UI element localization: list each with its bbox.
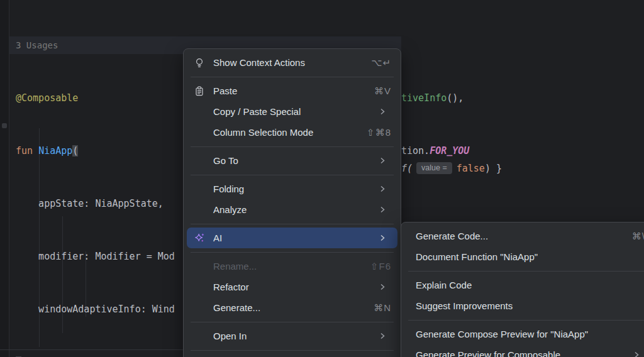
menu-item-label: Explain Code <box>416 280 644 290</box>
lightbulb-icon <box>194 58 213 68</box>
chevron-right-icon <box>635 351 639 357</box>
code-token: FOR_YOU <box>430 145 469 157</box>
code-line: appState: NiaAppState, <box>16 195 175 212</box>
menu-item-label: Copy / Paste Special <box>213 106 373 117</box>
code-token: value = <box>416 162 452 174</box>
code-token: @Composable <box>16 92 78 104</box>
menu-item-rename: Rename... ⇧F6 <box>184 256 401 277</box>
code-token: windowAdaptiveInfo: Wind <box>16 304 175 315</box>
chevron-right-icon <box>380 234 385 241</box>
chevron-right-icon <box>380 157 385 164</box>
menu-item-paste[interactable]: Paste ⌘V <box>184 80 401 101</box>
menu-item-label: Document Function "NiaApp" <box>416 251 644 262</box>
menu-item-shortcut: ⌘\ <box>632 231 644 242</box>
menu-separator <box>191 322 394 322</box>
menu-item-explain-code[interactable]: Explain Code <box>401 275 644 295</box>
menu-item-label: Analyze <box>213 204 373 215</box>
code-token: modifier: Modifier = Mod <box>16 251 175 262</box>
code-token: NiaApp <box>38 145 72 157</box>
menu-item-label: AI <box>213 233 373 243</box>
menu-item-label: Show Context Actions <box>213 57 364 68</box>
code-token: tiveInfo <box>401 92 447 104</box>
context-menu: Show Context Actions ⌥↵ Paste ⌘V Copy / … <box>183 48 401 357</box>
code-line: ) { <box>16 353 175 357</box>
menu-item-label: Rename... <box>213 261 363 272</box>
menu-item-generate[interactable]: Generate... ⌘N <box>184 297 401 318</box>
menu-separator <box>191 350 394 351</box>
code-line: modifier: Modifier = Mod <box>16 248 175 265</box>
code-line: fun NiaApp( <box>16 142 175 160</box>
menu-separator <box>191 175 394 175</box>
menu-separator <box>191 77 394 77</box>
code-token: tion. <box>401 145 430 157</box>
ai-sparkle-icon <box>194 233 213 243</box>
menu-separator <box>191 146 394 147</box>
menu-separator <box>191 252 394 253</box>
code-token: 3 Usages <box>16 40 58 50</box>
chevron-right-icon <box>380 206 385 213</box>
menu-item-folding[interactable]: Folding <box>184 178 401 199</box>
code-token: (), <box>447 92 464 104</box>
code-fragment: tion.FOR_YOU <box>401 142 469 160</box>
code-token: fun <box>16 145 38 157</box>
chevron-right-icon <box>380 283 385 290</box>
menu-item-generate-code[interactable]: Generate Code... ⌘\ <box>401 226 644 246</box>
menu-item-label: Open In <box>213 331 373 341</box>
menu-item-shortcut: ⌥↵ <box>371 57 391 69</box>
ai-submenu: Generate Code... ⌘\ Document Function "N… <box>401 222 644 357</box>
ide-screenshot: { "colors": { "editor_background": "#1E1… <box>0 0 644 357</box>
editor-gutter <box>0 0 9 357</box>
menu-item-shortcut: ⇧F6 <box>370 261 391 272</box>
menu-item-label: Go To <box>213 155 373 166</box>
code-token: ) } <box>485 163 502 174</box>
menu-item-column-selection-mode[interactable]: Column Selection Mode ⇧⌘8 <box>184 122 401 143</box>
menu-separator <box>191 224 394 224</box>
code-token: false <box>457 163 485 174</box>
chevron-right-icon <box>380 185 385 192</box>
menu-item-label: Folding <box>213 184 373 194</box>
menu-item-label: Column Selection Mode <box>213 127 359 138</box>
menu-item-label: Generate... <box>213 302 366 313</box>
menu-item-label: Generate Compose Preview for "NiaApp" <box>416 329 644 339</box>
menu-item-go-to[interactable]: Go To <box>184 150 401 171</box>
code-fragment: Of(value =false) } <box>396 160 502 177</box>
menu-item-label: Generate Preview for Composable... <box>416 349 627 357</box>
menu-separator <box>408 320 644 321</box>
menu-item-label: Suggest Improvements <box>416 300 644 311</box>
menu-item-label: Refactor <box>213 282 373 292</box>
menu-item-shortcut: ⇧⌘8 <box>367 127 391 138</box>
menu-item-analyze[interactable]: Analyze <box>184 199 401 220</box>
code-block: 3 Usages @Composable fun NiaApp( appStat… <box>16 1 175 357</box>
menu-item-label: Generate Code... <box>416 231 625 241</box>
menu-item-open-in[interactable]: Open In <box>184 326 401 346</box>
fold-marker[interactable] <box>2 123 7 128</box>
clipboard-icon <box>194 86 213 96</box>
menu-item-suggest-improvements[interactable]: Suggest Improvements <box>401 295 644 316</box>
code-fragment: tiveInfo(), <box>401 89 464 107</box>
chevron-right-icon <box>380 332 385 339</box>
menu-item-shortcut: ⌘V <box>374 85 391 97</box>
menu-item-generate-compose-preview[interactable]: Generate Compose Preview for "NiaApp" <box>401 324 644 344</box>
code-line: @Composable <box>16 89 175 107</box>
menu-item-label: Paste <box>213 85 367 96</box>
menu-item-shortcut: ⌘N <box>374 302 391 314</box>
menu-item-copy-paste-special[interactable]: Copy / Paste Special <box>184 101 401 122</box>
code-line: windowAdaptiveInfo: Wind <box>16 300 175 318</box>
code-token: appState: NiaAppState, <box>16 198 164 209</box>
chevron-right-icon <box>380 108 385 115</box>
menu-item-ai[interactable]: AI <box>187 228 397 248</box>
menu-item-show-context-actions[interactable]: Show Context Actions ⌥↵ <box>184 52 401 73</box>
menu-separator <box>408 271 644 272</box>
menu-item-generate-preview-for-composable[interactable]: Generate Preview for Composable... <box>401 344 644 357</box>
code-line: 3 Usages <box>16 36 175 54</box>
menu-item-refactor[interactable]: Refactor <box>184 277 401 297</box>
code-token: ( <box>72 145 78 157</box>
menu-item-document-function[interactable]: Document Function "NiaApp" <box>401 246 644 267</box>
